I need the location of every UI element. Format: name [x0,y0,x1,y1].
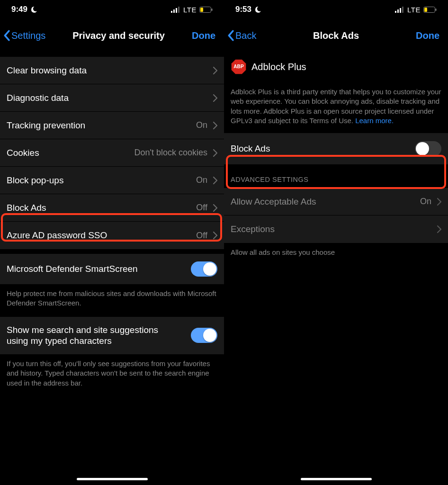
row-label: Diagnostic data [7,92,69,104]
row-value: Off [196,231,207,241]
chevron-right-icon [213,94,217,102]
svg-rect-1 [173,9,175,13]
back-button[interactable]: Back [227,30,256,41]
svg-text:ABP: ABP [233,64,244,69]
nav-title: Block Ads [224,30,448,41]
battery-icon [423,7,437,13]
chevron-right-icon [213,204,217,212]
exceptions-footer: Allow all ads on sites you choose [224,243,448,266]
row-value: On [196,120,207,130]
row-allow-acceptable-ads[interactable]: Allow Acceptable Ads On [224,188,448,216]
suggestions-footer: If you turn this off, you'll only see su… [0,354,224,396]
svg-rect-3 [178,7,179,13]
svg-rect-6 [212,9,213,11]
row-azure-ad-sso[interactable]: Azure AD password SSO Off [0,222,224,249]
row-block-ads[interactable]: Block Ads Off [0,194,224,222]
nav-bar: Settings Privacy and security Done [0,24,224,47]
status-bar: 9:49 LTE [0,0,224,19]
row-value: Don't block cookies [134,148,207,158]
row-exceptions[interactable]: Exceptions [224,216,448,243]
row-tracking-prevention[interactable]: Tracking prevention On [0,112,224,139]
row-value: On [196,175,207,185]
settings-list: Clear browsing data Diagnostic data Trac… [0,47,224,485]
home-indicator[interactable] [77,478,148,480]
chevron-right-icon [213,177,217,184]
abp-header: ABP Adblock Plus [224,55,448,79]
chevron-right-icon [213,67,217,74]
svg-rect-13 [436,9,437,11]
svg-rect-9 [400,8,401,13]
row-smartscreen[interactable]: Microsoft Defender SmartScreen [0,254,224,284]
battery-icon [199,7,213,13]
svg-rect-0 [171,11,172,13]
chevron-right-icon [213,232,217,239]
row-block-ads-toggle[interactable]: Block Ads [224,133,448,164]
chevron-left-icon [3,30,10,41]
row-label: Microsoft Defender SmartScreen [7,263,138,275]
chevron-right-icon [213,122,217,129]
chevron-right-icon [437,225,441,233]
row-value: On [420,197,431,207]
nav-bar: Back Block Ads Done [224,24,448,47]
abp-desc-body: Adblock Plus is a third party entity tha… [231,88,441,125]
row-label: Clear browsing data [7,65,87,76]
svg-rect-5 [200,8,203,12]
row-label: Block Ads [231,143,270,154]
phone-privacy-security: 9:49 LTE Settings [0,0,224,485]
svg-rect-10 [402,7,403,13]
network-label: LTE [183,6,197,14]
done-button[interactable]: Done [192,30,219,41]
row-label: Show me search and site suggestions usin… [7,324,161,347]
chevron-left-icon [227,30,234,41]
block-ads-toggle[interactable] [415,141,441,156]
status-time: 9:49 [11,5,27,14]
done-button[interactable]: Done [416,30,443,41]
status-bar: 9:53 LTE [224,0,448,19]
svg-rect-8 [397,9,399,13]
smartscreen-toggle[interactable] [191,261,217,277]
row-clear-browsing-data[interactable]: Clear browsing data [0,57,224,84]
do-not-disturb-icon [254,6,262,13]
block-ads-content: ABP Adblock Plus Adblock Plus is a third… [224,47,448,485]
abp-icon: ABP [231,59,247,75]
cellular-signal-icon [171,7,180,13]
chevron-right-icon [213,149,217,157]
network-label: LTE [407,6,421,14]
svg-rect-2 [176,8,177,13]
row-label: Block Ads [7,202,46,214]
row-diagnostic-data[interactable]: Diagnostic data [0,84,224,112]
back-label: Back [235,30,256,41]
row-label: Block pop-ups [7,175,63,186]
row-label: Tracking prevention [7,120,85,131]
row-label: Exceptions [231,224,275,235]
smartscreen-footer: Help protect me from malicious sites and… [0,284,224,317]
abp-title: Adblock Plus [251,62,306,72]
learn-more-link[interactable]: Learn more. [355,117,394,125]
abp-description: Adblock Plus is a third party entity tha… [224,79,448,133]
row-search-suggestions[interactable]: Show me search and site suggestions usin… [0,317,224,355]
phone-block-ads: 9:53 LTE Back [224,0,448,485]
row-label: Azure AD password SSO [7,230,107,241]
back-label: Settings [11,30,45,41]
row-label: Allow Acceptable Ads [231,196,316,207]
back-button[interactable]: Settings [3,30,45,41]
row-value: Off [196,203,207,213]
svg-rect-7 [395,11,396,13]
cellular-signal-icon [395,7,404,13]
home-indicator[interactable] [301,478,372,480]
status-time: 9:53 [235,5,251,14]
chevron-right-icon [437,198,441,206]
suggestions-toggle[interactable] [191,328,217,343]
advanced-settings-header: ADVANCED SETTINGS [224,164,448,188]
svg-rect-12 [424,8,427,12]
row-cookies[interactable]: Cookies Don't block cookies [0,139,224,167]
do-not-disturb-icon [30,6,38,13]
row-label: Cookies [7,147,39,159]
row-block-popups[interactable]: Block pop-ups On [0,167,224,194]
